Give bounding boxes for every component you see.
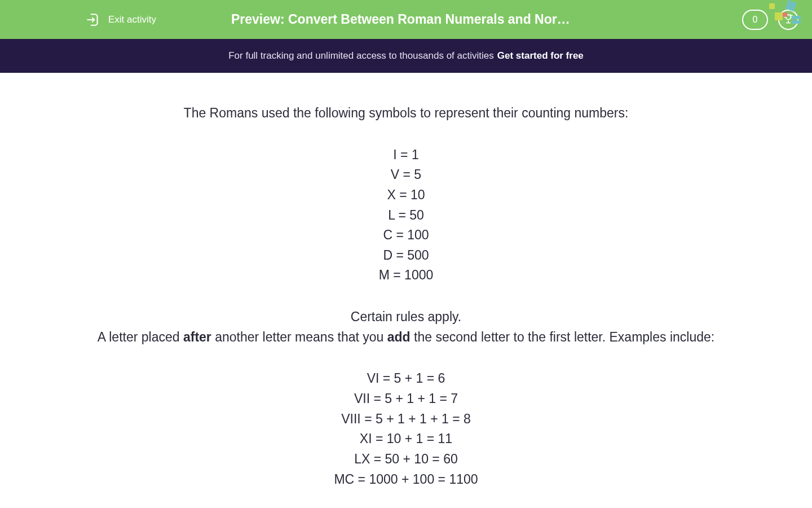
rule-add-part3: the second letter to the first letter. E… (411, 330, 715, 344)
numeral-line: V = 5 (68, 165, 744, 185)
example-line: XI = 10 + 1 = 11 (68, 429, 744, 449)
example-line: VII = 5 + 1 + 1 = 7 (68, 389, 744, 409)
exit-icon (86, 12, 100, 27)
example-line: VI = 5 + 1 = 6 (68, 369, 744, 389)
promo-banner: For full tracking and unlimited access t… (0, 39, 812, 73)
svg-rect-2 (791, 2, 797, 7)
trophy-button[interactable] (778, 10, 798, 30)
score-value: 0 (753, 15, 758, 25)
rule-add-part1: A letter placed (98, 330, 183, 344)
numeral-line: I = 1 (68, 145, 744, 165)
example-line: VIII = 5 + 1 + 1 + 1 = 8 (68, 409, 744, 430)
rule-add-bold-after: after (183, 330, 211, 344)
numeral-line: X = 10 (68, 185, 744, 205)
example-line: LX = 50 + 10 = 60 (68, 449, 744, 470)
numeral-line: C = 100 (68, 225, 744, 246)
svg-rect-0 (769, 3, 775, 9)
score-badge[interactable]: 0 (742, 10, 768, 30)
svg-rect-1 (787, 0, 792, 6)
rules-intro: Certain rules apply. (68, 307, 744, 327)
exit-label: Exit activity (108, 14, 156, 25)
numeral-line: L = 50 (68, 205, 744, 226)
rules-block: Certain rules apply. A letter placed aft… (68, 307, 744, 347)
rule-add-bold-add: add (387, 330, 411, 344)
activity-title: Preview: Convert Between Roman Numerals … (231, 12, 581, 27)
get-started-link[interactable]: Get started for free (497, 50, 584, 62)
numeral-symbols-block: I = 1 V = 5 X = 10 L = 50 C = 100 D = 50… (68, 145, 744, 286)
example-line: MC = 1000 + 100 = 1100 (68, 470, 744, 490)
rule-add: A letter placed after another letter mea… (68, 327, 744, 348)
banner-text: For full tracking and unlimited access t… (228, 50, 494, 62)
activity-content: The Romans used the following symbols to… (0, 73, 812, 489)
intro-text: The Romans used the following symbols to… (68, 103, 744, 124)
exit-activity-button[interactable]: Exit activity (86, 12, 156, 27)
numeral-line: M = 1000 (68, 265, 744, 286)
rule-add-part2: another letter means that you (211, 330, 387, 344)
trophy-icon (783, 13, 794, 27)
numeral-line: D = 500 (68, 246, 744, 266)
examples-block: VI = 5 + 1 = 6 VII = 5 + 1 + 1 = 7 VIII … (68, 369, 744, 489)
activity-header: Exit activity Preview: Convert Between R… (0, 0, 812, 39)
header-right-group: 0 (742, 10, 798, 30)
